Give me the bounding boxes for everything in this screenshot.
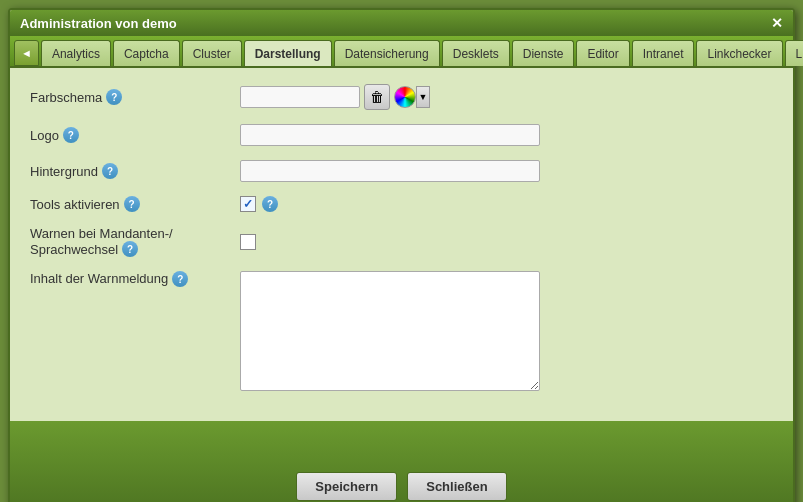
window-title: Administration von demo [20, 16, 177, 31]
tools-label: Tools aktivieren ? [30, 196, 240, 212]
footer: Speichern Schließen [10, 421, 793, 502]
tab-editor[interactable]: Editor [576, 40, 629, 66]
admin-window: Administration von demo ✕ ◄ Analytics Ca… [8, 8, 795, 502]
farbschema-control: 🗑 ▼ [240, 84, 773, 110]
color-circle-icon [394, 86, 416, 108]
tools-control: ? [240, 196, 773, 212]
save-button[interactable]: Speichern [296, 472, 397, 501]
tab-darstellung[interactable]: Darstellung [244, 40, 332, 66]
hintergrund-control [240, 160, 773, 182]
window-close-button[interactable]: ✕ [771, 15, 783, 31]
tab-intranet[interactable]: Intranet [632, 40, 695, 66]
inhalt-help-icon[interactable]: ? [172, 271, 188, 287]
hintergrund-input[interactable] [240, 160, 540, 182]
farbschema-input[interactable] [240, 86, 360, 108]
hintergrund-help-icon[interactable]: ? [102, 163, 118, 179]
tools-info-icon[interactable]: ? [262, 196, 278, 212]
farbschema-color-button[interactable]: ▼ [394, 86, 430, 108]
farbschema-row: Farbschema ? 🗑 ▼ [30, 84, 773, 110]
tools-row: Tools aktivieren ? ? [30, 196, 773, 212]
logo-help-icon[interactable]: ? [63, 127, 79, 143]
warnen-row: Warnen bei Mandanten-/ Sprachwechsel ? [30, 226, 773, 257]
tab-datensicherung[interactable]: Datensicherung [334, 40, 440, 66]
tools-help-icon[interactable]: ? [124, 196, 140, 212]
inhalt-label: Inhalt der Warnmeldung ? [30, 271, 240, 287]
logo-row: Logo ? [30, 124, 773, 146]
logo-input[interactable] [240, 124, 540, 146]
title-bar: Administration von demo ✕ [10, 10, 793, 36]
tab-bar: ◄ Analytics Captcha Cluster Darstellung … [10, 36, 793, 68]
warnen-help-icon[interactable]: ? [122, 241, 138, 257]
hintergrund-row: Hintergrund ? [30, 160, 773, 182]
close-button[interactable]: Schließen [407, 472, 506, 501]
content-area: Farbschema ? 🗑 ▼ Logo ? [10, 68, 793, 421]
tab-cluster[interactable]: Cluster [182, 40, 242, 66]
warnen-control [240, 234, 773, 250]
farbschema-clear-button[interactable]: 🗑 [364, 84, 390, 110]
warnen-checkbox[interactable] [240, 234, 256, 250]
inhalt-row: Inhalt der Warnmeldung ? [30, 271, 773, 391]
inhalt-textarea[interactable] [240, 271, 540, 391]
hintergrund-label: Hintergrund ? [30, 163, 240, 179]
tab-live[interactable]: Live [785, 40, 803, 66]
tab-nav-left[interactable]: ◄ [14, 40, 39, 66]
logo-label: Logo ? [30, 127, 240, 143]
tools-checkbox[interactable] [240, 196, 256, 212]
farbschema-help-icon[interactable]: ? [106, 89, 122, 105]
tab-captcha[interactable]: Captcha [113, 40, 180, 66]
tab-linkchecker[interactable]: Linkchecker [696, 40, 782, 66]
tab-analytics[interactable]: Analytics [41, 40, 111, 66]
tab-desklets[interactable]: Desklets [442, 40, 510, 66]
warnen-label: Warnen bei Mandanten-/ Sprachwechsel ? [30, 226, 240, 257]
inhalt-control [240, 271, 773, 391]
color-dropdown-arrow-icon[interactable]: ▼ [416, 86, 430, 108]
tab-dienste[interactable]: Dienste [512, 40, 575, 66]
logo-control [240, 124, 773, 146]
farbschema-label: Farbschema ? [30, 89, 240, 105]
